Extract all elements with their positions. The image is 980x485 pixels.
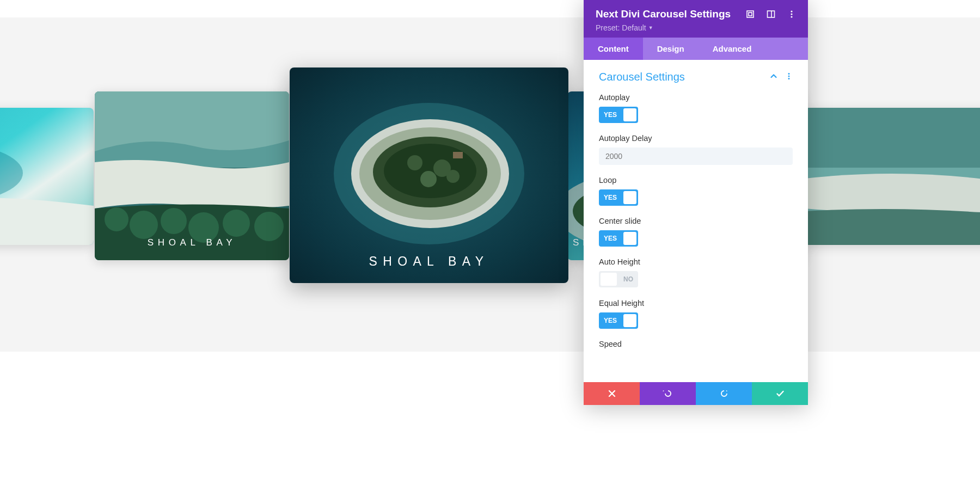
svg-rect-27 bbox=[749, 13, 752, 16]
tab-design[interactable]: Design bbox=[643, 38, 699, 60]
toggle-center-slide[interactable]: YES bbox=[599, 230, 638, 247]
svg-point-30 bbox=[791, 10, 792, 12]
toggle-value: YES bbox=[599, 111, 622, 119]
toggle-value: NO bbox=[618, 275, 638, 283]
save-button[interactable] bbox=[752, 382, 808, 405]
carousel-slide[interactable] bbox=[805, 108, 980, 245]
svg-point-9 bbox=[254, 212, 284, 241]
toggle-knob bbox=[623, 191, 636, 204]
svg-point-35 bbox=[788, 78, 790, 79]
settings-panel: Next Divi Carousel Settings Preset: Defa… bbox=[584, 0, 808, 405]
svg-rect-25 bbox=[805, 108, 980, 168]
panel-body: Carousel Settings Autoplay YES Autoplay … bbox=[584, 60, 808, 382]
field-label-autoplay: Autoplay bbox=[599, 93, 793, 102]
panel-tabs: Content Design Advanced bbox=[584, 38, 808, 60]
slide-title: SHOAL BAY bbox=[290, 254, 568, 269]
slide-title: SHOAL BAY bbox=[95, 237, 289, 248]
toggle-auto-height[interactable]: NO bbox=[599, 271, 638, 287]
field-label-auto-height: Auto Height bbox=[599, 257, 793, 266]
field-label-autoplay-delay: Autoplay Delay bbox=[599, 134, 793, 143]
section-title[interactable]: Carousel Settings bbox=[599, 71, 685, 83]
toggle-value: YES bbox=[599, 317, 622, 324]
more-icon[interactable] bbox=[787, 10, 796, 19]
undo-button[interactable] bbox=[640, 382, 696, 405]
input-autoplay-delay[interactable] bbox=[599, 148, 793, 165]
svg-point-19 bbox=[446, 170, 460, 183]
svg-point-32 bbox=[791, 16, 792, 17]
panel-footer bbox=[584, 382, 808, 405]
svg-rect-28 bbox=[768, 11, 775, 17]
toggle-knob bbox=[623, 314, 636, 327]
tab-content[interactable]: Content bbox=[584, 38, 643, 60]
toggle-loop[interactable]: YES bbox=[599, 189, 638, 206]
redo-button[interactable] bbox=[696, 382, 752, 405]
toggle-value: YES bbox=[599, 194, 622, 201]
tab-advanced[interactable]: Advanced bbox=[699, 38, 766, 60]
svg-rect-20 bbox=[453, 152, 463, 158]
preset-selector[interactable]: Preset: Default ▼ bbox=[596, 23, 796, 32]
cancel-button[interactable] bbox=[584, 382, 640, 405]
carousel-slide[interactable]: SHOAL BAY bbox=[0, 108, 94, 245]
toggle-equal-height[interactable]: YES bbox=[599, 312, 638, 329]
toggle-knob bbox=[601, 273, 617, 286]
svg-marker-38 bbox=[663, 390, 664, 391]
svg-marker-39 bbox=[726, 390, 727, 391]
panel-title: Next Divi Carousel Settings bbox=[596, 8, 731, 20]
svg-rect-26 bbox=[747, 11, 754, 17]
svg-point-5 bbox=[130, 211, 158, 239]
svg-point-16 bbox=[407, 155, 422, 170]
toggle-knob bbox=[623, 232, 636, 245]
field-label-center-slide: Center slide bbox=[599, 217, 793, 225]
svg-point-6 bbox=[161, 208, 187, 234]
panel-header: Next Divi Carousel Settings Preset: Defa… bbox=[584, 0, 808, 38]
toggle-autoplay[interactable]: YES bbox=[599, 107, 638, 123]
svg-point-18 bbox=[420, 171, 437, 187]
snap-icon[interactable] bbox=[767, 10, 775, 19]
preset-label: Preset: bbox=[596, 23, 620, 32]
expand-icon[interactable] bbox=[746, 10, 755, 19]
preset-value: Default bbox=[622, 23, 646, 32]
section-more-icon[interactable] bbox=[785, 72, 793, 82]
toggle-knob bbox=[623, 108, 636, 121]
slide-title: SHOAL BAY bbox=[0, 225, 94, 234]
svg-point-8 bbox=[223, 210, 250, 237]
toggle-value: YES bbox=[599, 235, 622, 242]
field-label-speed: Speed bbox=[599, 340, 793, 348]
carousel-slide[interactable]: SHOAL BAY bbox=[95, 91, 289, 260]
field-label-equal-height: Equal Height bbox=[599, 299, 793, 308]
chevron-up-icon[interactable] bbox=[770, 72, 777, 82]
svg-point-33 bbox=[788, 73, 790, 75]
svg-point-31 bbox=[791, 13, 792, 15]
carousel-preview: SHOAL BAY SHOAL BAY bbox=[0, 0, 980, 414]
svg-point-34 bbox=[788, 75, 790, 77]
field-label-loop: Loop bbox=[599, 176, 793, 185]
carousel-slide-active[interactable]: SHOAL BAY bbox=[290, 67, 568, 283]
svg-point-4 bbox=[105, 207, 128, 231]
caret-down-icon: ▼ bbox=[648, 25, 653, 30]
